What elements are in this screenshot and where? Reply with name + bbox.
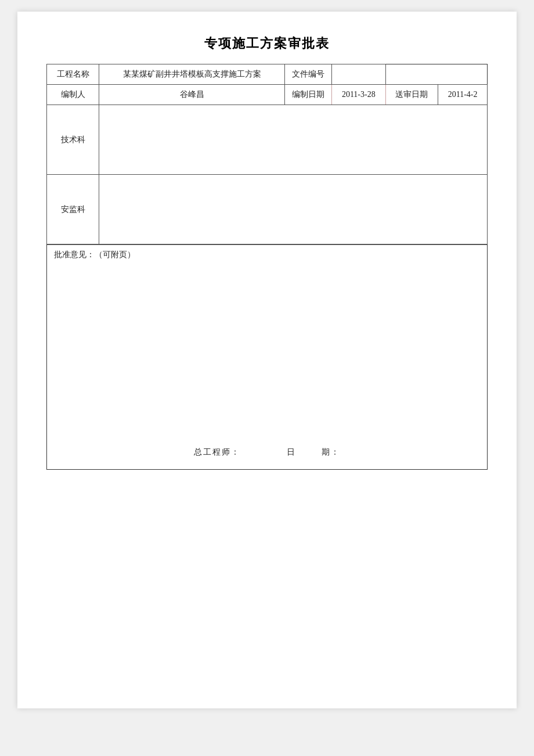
- approval-table: 工程名称 某某煤矿副井井塔模板高支撑施工方案 文件编号 编制人 谷峰昌 编制日期…: [46, 64, 488, 470]
- file-number-label: 文件编号: [285, 64, 332, 85]
- submit-date-value: 2011-4-2: [438, 85, 488, 105]
- submit-date-label: 送审日期: [385, 85, 438, 105]
- tech-dept-label: 技术科: [47, 105, 99, 175]
- approval-body: 总工程师： 日 期：: [47, 260, 487, 469]
- approval-label: 批准意见：（可附页）: [47, 245, 487, 260]
- approval-section: 批准意见：（可附页） 总工程师： 日 期：: [47, 244, 487, 469]
- editor-value: 谷峰昌: [99, 85, 285, 105]
- edit-date-label: 编制日期: [285, 85, 332, 105]
- project-name-label: 工程名称: [47, 64, 99, 85]
- project-name-value: 某某煤矿副井井塔模板高支撑施工方案: [99, 64, 285, 85]
- tech-dept-content: [99, 105, 488, 175]
- date-label: 日 期：: [287, 447, 340, 458]
- safety-dept-label: 安监科: [47, 175, 99, 244]
- page-title: 专项施工方案审批表: [46, 35, 488, 52]
- chief-engineer-label: 总工程师：: [194, 447, 240, 458]
- editor-row: 编制人 谷峰昌 编制日期 2011-3-28 送审日期 2011-4-2: [47, 85, 488, 105]
- safety-dept-content: [99, 175, 488, 244]
- tech-dept-row: 技术科: [47, 105, 488, 175]
- file-number-value: [332, 64, 386, 85]
- approval-footer: 总工程师： 日 期：: [47, 447, 487, 458]
- approval-row: 批准意见：（可附页） 总工程师： 日 期：: [47, 244, 488, 470]
- editor-label: 编制人: [47, 85, 99, 105]
- edit-date-value: 2011-3-28: [332, 85, 386, 105]
- project-name-row: 工程名称 某某煤矿副井井塔模板高支撑施工方案 文件编号: [47, 64, 488, 85]
- safety-dept-row: 安监科: [47, 175, 488, 244]
- page-container: 专项施工方案审批表 工程名称 某某煤矿副井井塔模板高支撑施工方案 文件编号 编制…: [17, 12, 517, 708]
